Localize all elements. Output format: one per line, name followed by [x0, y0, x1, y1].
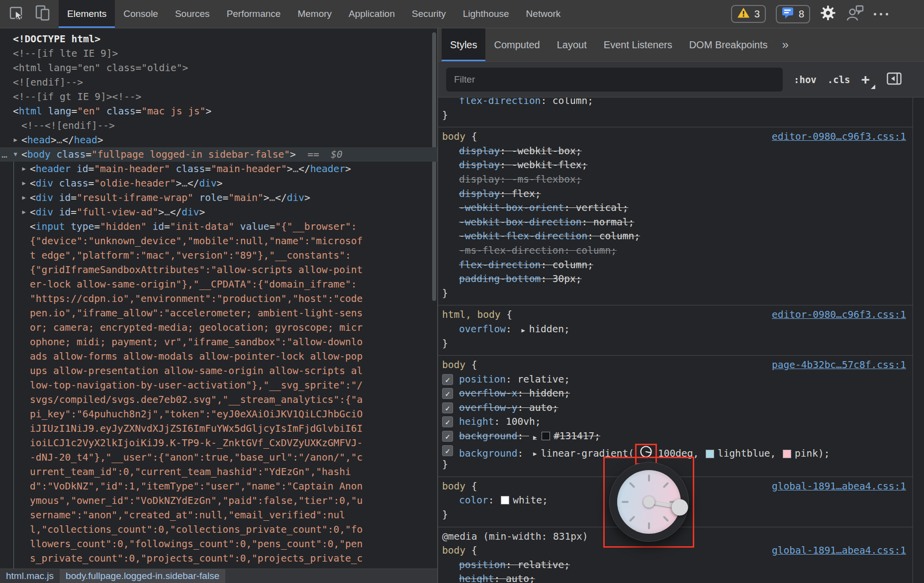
css-property[interactable]: flex-direction: column; [442, 97, 906, 108]
property-checkbox[interactable]: ✓ [442, 445, 453, 456]
dom-node[interactable]: svgs/compiled/svgs.dee7eb02.svg","__stre… [0, 392, 437, 407]
tab-sources[interactable]: Sources [167, 0, 218, 28]
css-selector[interactable]: body [442, 481, 465, 492]
dom-node[interactable]: ioiLCJ1c2VyX2lkIjoiKiJ9.K-TP9-k-_ZnktGVf… [0, 436, 437, 450]
dom-node[interactable]: <!DOCTYPE html> [0, 32, 437, 46]
css-property[interactable]: ✓background: ▶linear-gradient(100deg, li… [442, 444, 906, 458]
dom-node-selected[interactable]: …▼<body class="fullpage logged-in sideba… [0, 147, 437, 162]
tab-performance[interactable]: Performance [218, 0, 289, 28]
css-property[interactable]: ✓height: 100vh; [442, 415, 906, 429]
expand-arrow-icon[interactable]: ▶ [20, 162, 28, 176]
styles-filter-input[interactable] [446, 68, 783, 92]
tab-elements[interactable]: Elements [59, 0, 115, 28]
dom-node[interactable]: {"gridIframeSandboxAttributes":"allow-sc… [0, 263, 437, 277]
tab-security[interactable]: Security [403, 0, 455, 28]
dom-node[interactable]: ▶<header id="main-header" class="main-he… [0, 162, 437, 176]
tab-computed[interactable]: Computed [485, 28, 548, 61]
dom-node[interactable]: ▶<div class="oldie-header">…</div> [0, 176, 437, 191]
angle-picker-dial[interactable] [609, 462, 689, 542]
css-property[interactable]: height: auto; [442, 572, 906, 583]
dom-node[interactable]: <input type="hidden" id="init-data" valu… [0, 219, 437, 234]
stylesheet-source-link[interactable]: editor-0980…c96f3.css:1 [772, 308, 906, 322]
dom-node[interactable]: ups allow-presentation allow-same-origin… [0, 364, 437, 378]
dom-node[interactable]: er-lock allow-same-origin"},"__CPDATA":{… [0, 277, 437, 292]
dom-node[interactable]: sername":"anon","created_at":null,"email… [0, 508, 437, 522]
dom-node[interactable]: l,"collections_count":0,"collections_pri… [0, 522, 437, 537]
css-selector[interactable]: body [442, 131, 465, 142]
color-swatch[interactable] [501, 496, 509, 504]
tab-styles[interactable]: Styles [442, 28, 485, 61]
css-property[interactable]: flex-direction: column; [442, 258, 906, 273]
dom-node[interactable]: ymous","owner_id":"VoDkNZYdEzGn","paid":… [0, 493, 437, 508]
tab-layout[interactable]: Layout [549, 28, 595, 61]
expand-arrow-icon[interactable]: ▶ [20, 205, 28, 219]
inspect-element-icon[interactable] [8, 4, 25, 23]
tab-lighthouse[interactable]: Lighthouse [455, 0, 518, 28]
css-property[interactable]: display: -webkit-flex; [442, 158, 906, 173]
tab-event-listeners[interactable]: Event Listeners [595, 28, 681, 61]
more-tabs-icon[interactable]: » [776, 28, 795, 61]
css-property[interactable]: display: -ms-flexbox; [442, 173, 906, 187]
breadcrumb-item[interactable]: body.fullpage.logged-in.sidebar-false [60, 569, 225, 583]
dom-node[interactable]: s_private_count":0,"projects_count":0,"p… [0, 551, 437, 566]
property-checkbox[interactable]: ✓ [442, 416, 453, 427]
color-swatch[interactable] [542, 432, 550, 440]
dom-node[interactable]: <html lang="en" class="mac js js"> [0, 104, 437, 118]
css-property[interactable]: -webkit-box-orient: vertical; [442, 201, 906, 215]
expand-value-icon[interactable]: ▶ [521, 327, 525, 334]
css-property[interactable]: ✓position: relative; [442, 373, 906, 387]
css-property[interactable]: padding-bottom: 30px; [442, 272, 906, 287]
property-checkbox[interactable]: ✓ [442, 402, 453, 413]
dom-node[interactable]: <!--[if lte IE 9]> [0, 46, 437, 61]
property-checkbox[interactable]: ✓ [442, 388, 453, 399]
feedback-person-icon[interactable] [846, 5, 864, 23]
breadcrumb-item[interactable]: html.mac.js [0, 569, 60, 583]
color-swatch[interactable] [783, 450, 791, 458]
dom-node[interactable]: ▶<head>…</head> [0, 133, 437, 147]
device-toolbar-icon[interactable] [35, 4, 51, 23]
stylesheet-source-link[interactable]: editor-0980…c96f3.css:1 [772, 130, 906, 144]
css-property[interactable]: display: flex; [442, 187, 906, 201]
dom-node[interactable]: {"device":"unknown_device","mobile":null… [0, 234, 437, 248]
tab-console[interactable]: Console [115, 0, 167, 28]
dom-node[interactable]: "https://cdpn.io","environment":"product… [0, 292, 437, 306]
dom-node[interactable]: t edge","platform":"mac","version":"89"}… [0, 248, 437, 263]
stylesheet-source-link[interactable]: global-1891…abea4.css:1 [772, 544, 906, 558]
css-property[interactable]: -webkit-box-direction: normal; [442, 215, 906, 230]
messages-badge[interactable]: 8 [776, 5, 810, 23]
warnings-badge[interactable]: 3 [731, 5, 766, 23]
tab-application[interactable]: Application [340, 0, 403, 28]
css-property[interactable]: overflow: ▶hidden; [442, 322, 906, 337]
css-property[interactable]: display: -webkit-box; [442, 144, 906, 159]
dom-node[interactable]: ophone; midi; payment; vr","iframe_sandb… [0, 335, 437, 349]
dom-node[interactable]: llowers_count":0,"followings_count":0,"p… [0, 537, 437, 551]
css-property[interactable]: position: relative; [442, 558, 906, 573]
property-checkbox[interactable]: ✓ [442, 431, 453, 442]
dom-node[interactable]: iJIUzI1NiJ9.eyJyZXNvdXJjZSI6ImFuYWx5dGlj… [0, 421, 437, 436]
expand-arrow-icon[interactable]: ▶ [20, 191, 28, 205]
dom-node[interactable]: pen.io","iframe_allow":"accelerometer; a… [0, 306, 437, 320]
css-property[interactable]: -ms-flex-direction: column; [442, 244, 906, 258]
css-selector[interactable]: body [442, 359, 465, 371]
css-property[interactable]: ✓background: ▶#131417; [442, 429, 906, 444]
toggle-classes-button[interactable]: .cls [828, 74, 850, 85]
stylesheet-source-link[interactable]: global-1891…abea4.css:1 [772, 480, 906, 494]
css-selector[interactable]: body [442, 545, 465, 556]
property-checkbox[interactable]: ✓ [442, 374, 453, 385]
dom-node[interactable]: low-top-navigation-by-user-activation"},… [0, 378, 437, 392]
dom-node[interactable]: <html lang="en" class="oldie"> [0, 61, 437, 75]
expand-arrow-icon[interactable]: ▶ [11, 133, 19, 147]
tab-dom-breakpoints[interactable]: DOM Breakpoints [681, 28, 776, 61]
tab-memory[interactable]: Memory [289, 0, 340, 28]
settings-gear-icon[interactable] [820, 5, 836, 23]
color-swatch[interactable] [706, 450, 714, 458]
css-property[interactable]: -webkit-flex-direction: column; [442, 229, 906, 244]
stylesheet-source-link[interactable]: page-4b32bc…57c8f.css:1 [772, 358, 906, 373]
dom-node[interactable]: pi_key":"64puhuch8n2j","token":"eyJ0eXAi… [0, 407, 437, 421]
tab-network[interactable]: Network [518, 0, 569, 28]
css-property[interactable]: ✓overflow-y: auto; [442, 401, 906, 415]
expand-value-icon[interactable]: ▶ [533, 434, 537, 441]
css-property[interactable]: ✓overflow-x: hidden; [442, 387, 906, 401]
more-options-icon[interactable] [874, 13, 888, 15]
toggle-hover-state-button[interactable]: :hov [794, 74, 817, 85]
